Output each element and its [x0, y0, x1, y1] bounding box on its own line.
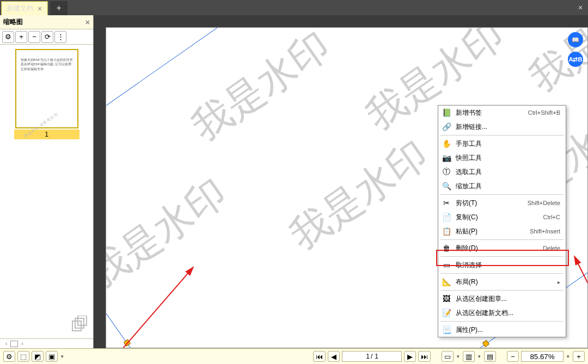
context-menu-item[interactable]: 📗新增书签Ctrl+Shift+B — [438, 106, 566, 120]
context-menu-item[interactable]: 📝从选区创建新文档... — [438, 306, 566, 320]
context-menu-item[interactable]: 📷快照工具 — [438, 151, 566, 165]
menu-icon: Ⓣ — [442, 167, 451, 177]
close-panel-icon[interactable]: × — [573, 0, 588, 15]
status-options-button[interactable]: ⚙ — [3, 351, 15, 362]
menu-icon: 🔍 — [442, 182, 451, 190]
status-layout3-button[interactable]: ▣ — [46, 351, 58, 362]
compare-mode-badge[interactable]: A⇄B — [568, 52, 583, 67]
resize-handle-s[interactable] — [482, 340, 489, 347]
menu-shortcut: Shift+Delete — [528, 200, 560, 206]
menu-label: 复制(C) — [456, 213, 539, 222]
menu-label: 删除(D) — [456, 244, 538, 253]
status-layout1-button[interactable]: ⬚ — [17, 351, 29, 362]
menu-icon: 📃 — [442, 325, 451, 334]
tab-strip: 新建文档 × + × — [0, 0, 588, 15]
view-single-button[interactable]: ▭ — [442, 351, 454, 362]
context-menu-item[interactable]: 🖼从选区创建图章... — [438, 292, 566, 306]
document-tab-label: 新建文档 — [7, 4, 33, 13]
menu-label: 手形工具 — [456, 139, 556, 149]
dropdown-icon[interactable]: ▾ — [477, 354, 482, 359]
menu-icon: 🖼 — [442, 294, 451, 303]
main-area: 缩略图 × ⚙ + − ⟳ ⋮ 转换大的PDF为几个较小友好的文件 及多样化PD… — [0, 15, 588, 348]
context-menu-item[interactable]: 🔗新增链接... — [438, 120, 566, 134]
page-total: 1 — [372, 353, 381, 360]
sidebar-footer: ‹ › — [0, 338, 93, 348]
context-menu-item[interactable]: 📄复制(C)Ctrl+C — [438, 210, 566, 224]
sidebar-rotate-button[interactable]: ⟳ — [41, 31, 53, 43]
view-cont-button[interactable]: ▥ — [463, 351, 475, 362]
menu-icon: 📷 — [442, 153, 451, 162]
sidebar-more-button[interactable]: ⋮ — [54, 31, 66, 43]
menu-icon: 📋 — [442, 227, 451, 236]
menu-label: 新增链接... — [456, 122, 556, 132]
menu-icon: 📐 — [442, 277, 451, 286]
menu-label: 粘贴(P) — [456, 227, 525, 236]
menu-label: 取消选择 — [456, 261, 556, 270]
context-menu-item[interactable]: ✋手形工具 — [438, 137, 566, 151]
sidebar-scrollbar[interactable] — [10, 341, 18, 347]
page-current-input[interactable] — [342, 353, 371, 360]
context-menu-item[interactable]: Ⓣ选取工具 — [438, 165, 566, 179]
context-menu-item[interactable]: 📋粘贴(P)Shift+Insert — [438, 224, 566, 238]
menu-icon: 📄 — [442, 213, 451, 221]
status-bar: ⚙ ⬚ ◩ ▣ ▾ ⏮ ◀ / 1 ▶ ⏭ ▭ ▾ ▥ ▾ ▤ − ▾ + — [0, 348, 588, 364]
thumb-preview-text: 转换大的PDF为几个较小友好的文件 及多样化PDF编辑功能, 它可以使用它轻松编… — [21, 58, 73, 71]
thumbnail-list[interactable]: 转换大的PDF为几个较小友好的文件 及多样化PDF编辑功能, 它可以使用它轻松编… — [0, 45, 93, 338]
resize-handle-w[interactable] — [124, 339, 131, 347]
menu-icon: ✂ — [442, 199, 451, 207]
new-tab-button[interactable]: + — [50, 1, 68, 15]
thumbnail-item[interactable]: 转换大的PDF为几个较小友好的文件 及多样化PDF编辑功能, 它可以使用它轻松编… — [14, 49, 79, 139]
nav-last-button[interactable]: ⏭ — [418, 351, 431, 362]
nav-prev-button[interactable]: ◀ — [328, 351, 340, 362]
zoom-out-button[interactable]: − — [507, 351, 519, 362]
nav-next-button[interactable]: ▶ — [404, 351, 416, 362]
pages-stack-icon — [70, 316, 88, 333]
sidebar-zoom-in-button[interactable]: + — [15, 31, 27, 43]
page-canvas[interactable]: 我是水印 我是水印 我是水印 我是水印 我是水印 我是水印 — [106, 27, 588, 348]
sidebar-close-icon[interactable]: × — [85, 18, 90, 27]
context-menu-item[interactable]: 🔍缩放工具 — [438, 179, 566, 193]
dropdown-icon[interactable]: ▾ — [566, 354, 571, 359]
dropdown-icon[interactable]: ▾ — [60, 354, 65, 359]
menu-shortcut: Shift+Insert — [530, 228, 560, 235]
view-facing-button[interactable]: ▤ — [484, 351, 496, 362]
nav-first-button[interactable]: ⏮ — [313, 351, 326, 362]
menu-icon: 🗑 — [442, 244, 451, 252]
ruler-horizontal — [94, 15, 588, 27]
document-tab[interactable]: 新建文档 × — [1, 1, 48, 15]
sidebar-header: 缩略图 × — [0, 15, 93, 29]
menu-icon: ▭ — [442, 261, 451, 269]
dropdown-icon[interactable]: ▾ — [456, 354, 461, 359]
menu-icon: 📗 — [442, 108, 451, 117]
context-menu: 📗新增书签Ctrl+Shift+B🔗新增链接...✋手形工具📷快照工具Ⓣ选取工具… — [438, 105, 566, 337]
zoom-value-input[interactable] — [521, 351, 564, 362]
reading-mode-badge[interactable]: 📖 — [568, 32, 583, 47]
sidebar-scroll-left[interactable]: ‹ — [3, 341, 9, 347]
context-menu-item[interactable]: 📐布局(R) — [438, 275, 566, 289]
menu-label: 剪切(T) — [456, 199, 523, 208]
menu-icon: 📝 — [442, 309, 451, 317]
menu-shortcut: Delete — [543, 245, 560, 251]
menu-label: 快照工具 — [456, 153, 556, 163]
menu-shortcut: Ctrl+C — [543, 214, 560, 220]
page-indicator: / 1 — [342, 351, 402, 362]
menu-shortcut: Ctrl+Shift+B — [528, 109, 560, 116]
zoom-in-button[interactable]: + — [573, 351, 585, 362]
sidebar-title: 缩略图 — [3, 17, 23, 27]
sidebar-scroll-right[interactable]: › — [19, 341, 25, 347]
menu-label: 从选区创建图章... — [456, 294, 556, 304]
menu-icon: 🔗 — [442, 122, 451, 131]
thumbnails-sidebar: 缩略图 × ⚙ + − ⟳ ⋮ 转换大的PDF为几个较小友好的文件 及多样化PD… — [0, 15, 94, 348]
close-tab-icon[interactable]: × — [38, 5, 42, 13]
sidebar-toolbar: ⚙ + − ⟳ ⋮ — [0, 29, 93, 45]
status-layout2-button[interactable]: ◩ — [32, 351, 44, 362]
menu-label: 新增书签 — [456, 108, 524, 118]
menu-label: 属性(P)... — [456, 325, 556, 335]
sidebar-zoom-out-button[interactable]: − — [28, 31, 40, 43]
context-menu-item[interactable]: 📃属性(P)... — [438, 323, 566, 337]
menu-label: 布局(R) — [456, 277, 549, 287]
context-menu-item[interactable]: 🗑删除(D)Delete — [438, 241, 566, 255]
context-menu-item[interactable]: ▭取消选择 — [438, 258, 566, 272]
sidebar-options-button[interactable]: ⚙ — [2, 31, 14, 43]
context-menu-item[interactable]: ✂剪切(T)Shift+Delete — [438, 196, 566, 210]
